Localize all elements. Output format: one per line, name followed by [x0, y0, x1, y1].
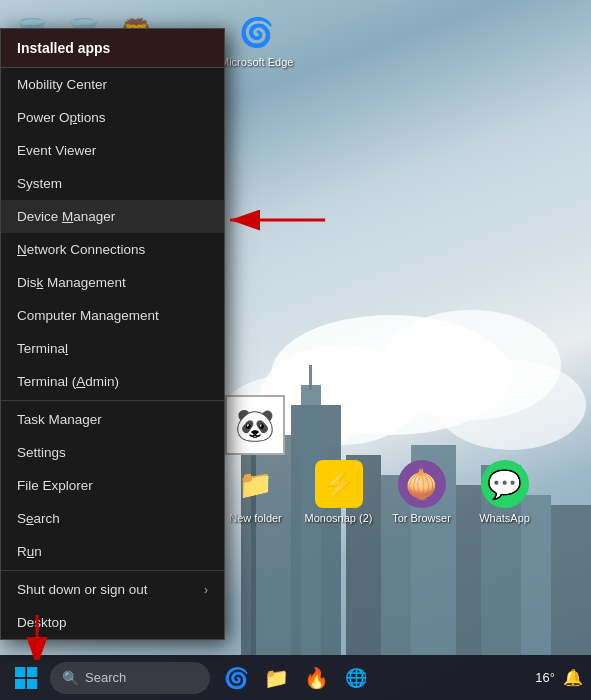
terminal-admin-label: Terminal (Admin) [17, 374, 119, 389]
taskbar-firefox-app[interactable]: 🔥 [298, 660, 334, 696]
windows-logo-icon [15, 667, 37, 689]
monosnap-icon: ⚡ [315, 460, 363, 508]
menu-item-shutdown[interactable]: Shut down or sign out › [1, 573, 224, 606]
shutdown-label: Shut down or sign out [17, 582, 148, 597]
start-button[interactable] [8, 660, 44, 696]
notification-icon[interactable]: 🔔 [563, 668, 583, 687]
menu-item-system[interactable]: System [1, 167, 224, 200]
panda-thumbnail-icon[interactable]: 🐼 [225, 395, 285, 455]
context-menu: Installed apps Mobility Center Power Opt… [0, 28, 225, 640]
desktop-label: Desktop [17, 615, 67, 630]
menu-item-disk-management[interactable]: Disk Management [1, 266, 224, 299]
shutdown-arrow-icon: › [204, 583, 208, 597]
terminal-label: Terminal [17, 341, 68, 356]
taskbar-search-box[interactable]: 🔍 Search [50, 662, 210, 694]
folder-icon: 📁 [232, 460, 280, 508]
menu-item-file-explorer[interactable]: File Explorer [1, 469, 224, 502]
edge-desktop-icon[interactable]: 🌀 Microsoft Edge [220, 8, 293, 68]
menu-item-device-manager[interactable]: Device Manager [1, 200, 224, 233]
system-label: System [17, 176, 62, 191]
context-menu-header[interactable]: Installed apps [1, 29, 224, 68]
menu-item-mobility-center[interactable]: Mobility Center [1, 68, 224, 101]
menu-item-network-connections[interactable]: Network Connections [1, 233, 224, 266]
desktop-icon-tor[interactable]: 🧅 Tor Browser [384, 460, 459, 525]
tor-icon: 🧅 [398, 460, 446, 508]
menu-item-terminal[interactable]: Terminal [1, 332, 224, 365]
power-options-label: Power Options [17, 110, 106, 125]
menu-item-terminal-admin[interactable]: Terminal (Admin) [1, 365, 224, 398]
menu-divider-2 [1, 570, 224, 571]
taskbar-explorer-app[interactable]: 📁 [258, 660, 294, 696]
menu-item-computer-management[interactable]: Computer Management [1, 299, 224, 332]
menu-item-desktop[interactable]: Desktop [1, 606, 224, 639]
run-label: Run [17, 544, 42, 559]
search-label: Search [17, 511, 60, 526]
edge-icon: 🌀 [233, 8, 281, 56]
whatsapp-label: WhatsApp [479, 512, 530, 525]
menu-item-settings[interactable]: Settings [1, 436, 224, 469]
taskbar: 🔍 Search 🌀 📁 🔥 🌐 16° 🔔 [0, 655, 591, 700]
device-manager-label: Device Manager [17, 209, 115, 224]
computer-management-label: Computer Management [17, 308, 159, 323]
menu-item-event-viewer[interactable]: Event Viewer [1, 134, 224, 167]
temperature-display: 16° [535, 670, 555, 685]
new-folder-label: New folder [229, 512, 282, 525]
desktop-icon-new-folder[interactable]: 📁 New folder [218, 460, 293, 525]
event-viewer-label: Event Viewer [17, 143, 96, 158]
svg-rect-21 [15, 667, 25, 677]
desktop-icon-monosnap[interactable]: ⚡ Monosnap (2) [301, 460, 376, 525]
svg-rect-22 [27, 667, 37, 677]
svg-rect-24 [27, 679, 37, 689]
taskbar-search-label: Search [85, 670, 126, 685]
mobility-center-label: Mobility Center [17, 77, 107, 92]
whatsapp-icon: 💬 [481, 460, 529, 508]
menu-item-power-options[interactable]: Power Options [1, 101, 224, 134]
svg-rect-23 [15, 679, 25, 689]
taskbar-pinned-apps: 🌀 📁 🔥 🌐 [218, 660, 374, 696]
search-icon: 🔍 [62, 670, 79, 686]
desktop-icons-row: 📁 New folder ⚡ Monosnap (2) 🧅 Tor Browse… [218, 460, 542, 525]
monosnap-label: Monosnap (2) [305, 512, 373, 525]
disk-management-label: Disk Management [17, 275, 126, 290]
menu-item-run[interactable]: Run [1, 535, 224, 568]
settings-label: Settings [17, 445, 66, 460]
task-manager-label: Task Manager [17, 412, 102, 427]
file-explorer-label: File Explorer [17, 478, 93, 493]
taskbar-right-area: 16° 🔔 [535, 668, 583, 687]
installed-apps-label: Installed apps [17, 40, 110, 56]
taskbar-edge-app[interactable]: 🌀 [218, 660, 254, 696]
edge-label: Microsoft Edge [220, 56, 293, 68]
menu-item-task-manager[interactable]: Task Manager [1, 403, 224, 436]
network-connections-label: Network Connections [17, 242, 145, 257]
menu-item-search[interactable]: Search [1, 502, 224, 535]
tor-label: Tor Browser [392, 512, 451, 525]
taskbar-extra-app[interactable]: 🌐 [338, 660, 374, 696]
desktop-icon-whatsapp[interactable]: 💬 WhatsApp [467, 460, 542, 525]
menu-divider-1 [1, 400, 224, 401]
